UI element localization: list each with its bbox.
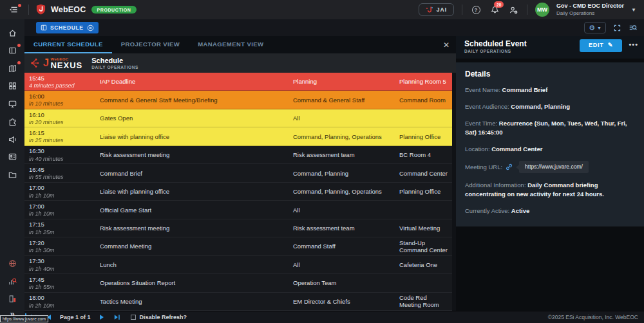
row-audience: Risk assessment team: [293, 225, 399, 232]
sidebar-item-folder[interactable]: [5, 167, 20, 182]
schedule-row[interactable]: 16:45in 55 minutesCommand BriefCommand, …: [24, 164, 452, 182]
nexus-brand: WebEOC NEXUS: [50, 57, 82, 69]
schedule-row[interactable]: 17:45in 1h 55mOperations Situation Repor…: [24, 274, 452, 292]
nexus-j-logo: J: [43, 57, 49, 69]
row-event: Lunch: [100, 261, 293, 268]
row-event: Command & General Staff Meeting/Briefing: [100, 97, 293, 104]
schedule-row[interactable]: 16:15in 25 minutesLiaise with planning o…: [24, 127, 452, 145]
detail-field: Event Audience: Command, Planning: [465, 102, 635, 111]
sidebar-item-home[interactable]: [5, 25, 20, 41]
chip-close-icon[interactable]: [87, 24, 94, 32]
schedule-row[interactable]: 17:20in 1h 30mCommand MeetingCommand Sta…: [24, 237, 452, 255]
more-options-button[interactable]: •••: [629, 41, 638, 50]
webeoc-shield-logo: [35, 4, 46, 15]
page-subtitle: DAILY OPERATIONS: [91, 65, 138, 70]
search-list-icon[interactable]: [629, 23, 638, 32]
environment-badge: PRODUCTION: [91, 6, 136, 14]
schedule-row[interactable]: 17:00in 1h 10mOfficial Game StartAll: [24, 201, 452, 219]
notification-count-badge: 20: [494, 1, 504, 8]
sidebar-item-contact-card[interactable]: [5, 149, 20, 165]
row-audience: Risk assessment team: [293, 151, 399, 158]
edit-button[interactable]: EDIT ✎: [580, 39, 622, 52]
row-event: Operations Situation Report: [100, 279, 293, 286]
row-time: 17:20in 1h 30m: [29, 239, 100, 254]
schedule-row[interactable]: 16:00in 10 minutesCommand & General Staf…: [24, 91, 452, 109]
tab-current-schedule[interactable]: CURRENT SCHEDULE: [24, 36, 112, 53]
next-page-button[interactable]: [99, 314, 105, 320]
row-location: Code Red Meeting Room: [399, 294, 439, 308]
schedule-row[interactable]: 16:30in 40 minutesRisk assessment meetin…: [24, 146, 452, 164]
sidebar-item-display[interactable]: [5, 96, 20, 111]
schedule-row[interactable]: 18:00in 2h 10mTactics MeetingEM Director…: [24, 293, 452, 311]
sidebar-item-chart-search[interactable]: [5, 273, 20, 289]
details-card: Details Event Name: Command BriefEvent A…: [456, 62, 644, 226]
schedule-row[interactable]: 17:15in 1h 25mRisk assessment meetingRis…: [24, 219, 452, 237]
sidebar-item-apps[interactable]: [5, 78, 20, 94]
avatar[interactable]: MW: [535, 3, 549, 17]
row-audience: All: [293, 115, 399, 122]
schedule-table: 15:454 minutes passedIAP DeadlinePlannin…: [24, 73, 452, 311]
jai-button[interactable]: JAI: [419, 3, 454, 16]
row-location: Planning Room 5: [399, 78, 446, 85]
app-title: WebEOC: [51, 5, 86, 14]
row-location: Command Room: [399, 97, 446, 104]
last-page-button[interactable]: [113, 314, 120, 320]
globe-icon: [8, 259, 17, 268]
divider: [527, 5, 527, 15]
map-icon: [8, 64, 17, 73]
home-icon: [8, 28, 17, 38]
row-audience: Operation Team: [293, 279, 399, 286]
settings-gear-button[interactable]: ⚙ ▼: [584, 22, 606, 33]
schedule-row[interactable]: 15:454 minutes passedIAP DeadlinePlannin…: [24, 73, 452, 91]
link-preview-tooltip: https://www.juvare.com: [0, 315, 48, 322]
detail-field: Additional Information: Daily Command br…: [465, 181, 635, 199]
schedule-pane: CURRENT SCHEDULEPROJECTOR VIEWMANAGEMENT…: [24, 36, 456, 311]
row-audience: Command, Planning: [293, 170, 399, 177]
sidebar-item-boards[interactable]: [5, 43, 20, 59]
schedule-chip[interactable]: SCHEDULE: [36, 22, 99, 33]
sidebar-item-plugin[interactable]: [5, 114, 20, 129]
bottom-bar: Page 1 of 1 Disable Refresh? ©2025 ESi A…: [24, 311, 644, 323]
sidebar-item-globe[interactable]: [5, 256, 20, 272]
disable-refresh-checkbox[interactable]: [131, 315, 136, 320]
notifications-bell-icon[interactable]: 20: [489, 4, 500, 15]
tab-management-view[interactable]: MANAGEMENT VIEW: [189, 36, 272, 53]
link-icon[interactable]: [505, 163, 513, 171]
copyright-text: ©2025 ESi Acquisition, Inc. WebEOC: [548, 314, 638, 320]
row-time: 17:15in 1h 25m: [29, 221, 100, 235]
row-event: Command Brief: [100, 170, 293, 177]
row-time: 17:30in 1h 40m: [29, 257, 100, 272]
sidebar-item-megaphone[interactable]: [5, 131, 20, 147]
row-event: Liaise with planning office: [100, 133, 293, 140]
webeoc-app: WebEOC PRODUCTION JAI ? 20: [0, 0, 644, 323]
notification-dot: [17, 61, 21, 64]
page-title: Schedule: [91, 57, 138, 65]
row-time: 16:10in 20 minutes: [29, 111, 100, 125]
nexus-network-icon: [30, 57, 43, 69]
pencil-icon: ✎: [608, 42, 613, 49]
help-button[interactable]: ?: [470, 4, 482, 15]
sidebar-item-report-building[interactable]: [5, 291, 20, 307]
tab-bar: CURRENT SCHEDULEPROJECTOR VIEWMANAGEMENT…: [24, 36, 456, 53]
left-sidebar: »: [0, 19, 24, 323]
row-time: 17:45in 1h 55m: [29, 276, 100, 290]
row-event: Risk assessment meeting: [100, 151, 293, 158]
schedule-row[interactable]: 16:10in 20 minutesGates OpenAll: [24, 109, 452, 127]
schedule-row[interactable]: 17:30in 1h 40mLunchAllCafeteria One: [24, 256, 452, 274]
row-time: 18:00in 2h 10m: [29, 294, 100, 308]
row-location: Stand-Up Command Center: [399, 239, 448, 254]
row-time: 16:45in 55 minutes: [29, 166, 100, 180]
notification-dot: [17, 44, 21, 47]
menu-fold-icon[interactable]: [5, 3, 22, 17]
fullscreen-icon[interactable]: [613, 24, 621, 32]
user-settings-icon[interactable]: [507, 4, 519, 15]
row-time: 16:00in 10 minutes: [29, 93, 100, 107]
gear-icon: ⚙: [589, 24, 595, 32]
tab-projector-view[interactable]: PROJECTOR VIEW: [112, 36, 189, 53]
sidebar-item-map[interactable]: [5, 60, 20, 76]
user-menu-chevron-icon[interactable]: ▼: [631, 7, 636, 13]
close-view-icon[interactable]: ✕: [443, 41, 450, 50]
row-time: 17:00in 1h 10m: [29, 184, 100, 198]
row-event: Tactics Meeting: [100, 298, 293, 305]
schedule-row[interactable]: 17:00in 1h 10mLiaise with planning offic…: [24, 183, 452, 201]
